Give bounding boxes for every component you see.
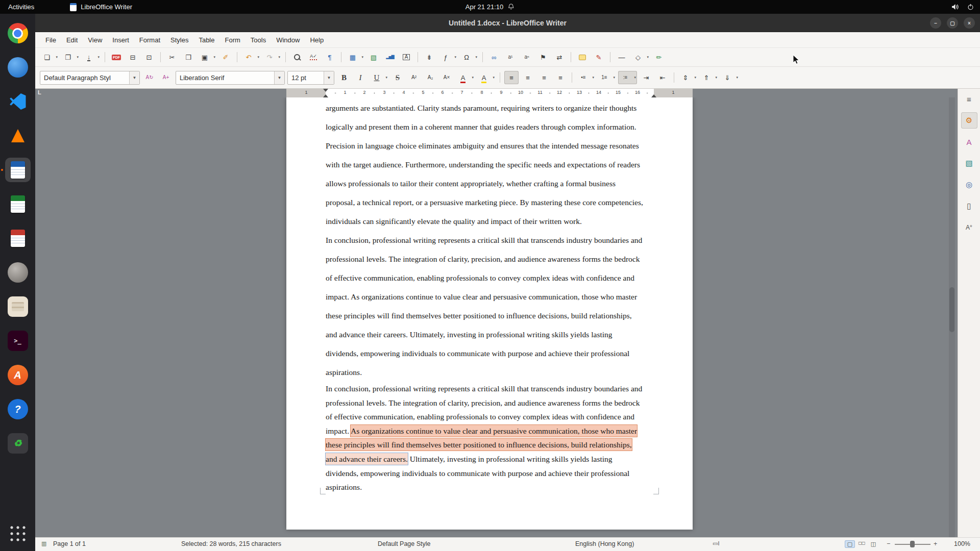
save-button[interactable]: ↓ — [82, 51, 101, 64]
menu-file[interactable]: File — [40, 34, 61, 46]
clone-formatting-button[interactable]: ✐ — [218, 51, 233, 64]
print-button[interactable]: ⊟ — [126, 51, 140, 64]
insert-chart-button[interactable]: ▂▅▇ — [383, 51, 397, 64]
unordered-list-button[interactable]: •≡ — [576, 71, 595, 84]
document-line[interactable]: individuals can significantly elevate th… — [326, 212, 654, 231]
document-line[interactable]: and advance their careers. Ultimately, i… — [326, 452, 654, 466]
bold-button[interactable]: B — [337, 71, 351, 84]
update-style-button[interactable]: A↻ — [142, 71, 157, 84]
document-line[interactable]: of effective communication, enabling pro… — [326, 268, 654, 287]
menu-tools[interactable]: Tools — [246, 34, 271, 46]
document-line[interactable]: these principles will find themselves be… — [326, 306, 654, 325]
horizontal-ruler[interactable]: 1 1 2 3 4 5 6 7 8 9 10 11 — [286, 89, 693, 97]
align-center-button[interactable]: ≡ — [521, 71, 535, 84]
document-line[interactable]: Precision in language choice eliminates … — [326, 136, 654, 155]
sidebar-settings-icon[interactable]: ≡ — [961, 91, 977, 107]
paragraph-style-combobox[interactable]: Default Paragraph Styl ▼ — [40, 71, 140, 85]
new-document-button[interactable]: ❏ — [40, 51, 59, 64]
print-preview-button[interactable]: ⊡ — [142, 51, 156, 64]
ordered-list-button[interactable]: 1≡ — [597, 71, 616, 84]
zoom-in-button[interactable]: + — [934, 540, 937, 547]
libreoffice-writer-icon[interactable] — [5, 158, 31, 182]
menu-view[interactable]: View — [83, 34, 107, 46]
maximize-button[interactable]: ▢ — [947, 17, 958, 29]
menu-table[interactable]: Table — [193, 34, 219, 46]
font-name-combobox[interactable]: Liberation Serif ▼ — [176, 71, 285, 85]
document-line[interactable]: professional levels. The integration of … — [326, 249, 654, 268]
insert-table-button[interactable]: ▦ — [346, 51, 364, 64]
document-line[interactable]: proposal, a technical report, or a persu… — [326, 193, 654, 212]
insert-hyperlink-button[interactable]: ∞ — [487, 51, 501, 64]
gimp-icon[interactable] — [5, 260, 31, 285]
vertical-scrollbar[interactable] — [949, 97, 955, 537]
document-line[interactable]: In conclusion, professional writing repr… — [326, 231, 654, 249]
copy-button[interactable]: ❒ — [181, 51, 195, 64]
system-status-area[interactable] — [951, 0, 974, 14]
document-line[interactable]: aspirations. — [326, 363, 654, 382]
undo-button[interactable]: ↶ — [241, 51, 260, 64]
insert-bookmark-button[interactable]: ⚑ — [536, 51, 550, 64]
document-line[interactable]: impact. As organizations continue to val… — [326, 424, 654, 438]
chevron-down-icon[interactable]: ▼ — [129, 71, 139, 84]
outline-format-button[interactable]: :≡ — [618, 71, 637, 84]
document-line[interactable]: In conclusion, professional writing repr… — [326, 382, 654, 396]
libreoffice-calc-icon[interactable] — [5, 192, 31, 216]
zoom-slider[interactable] — [895, 544, 930, 545]
menu-styles[interactable]: Styles — [165, 34, 193, 46]
book-view-button[interactable]: ◫ — [868, 540, 878, 548]
scrollbar-thumb[interactable] — [949, 287, 954, 332]
app-grid-icon[interactable] — [5, 521, 31, 546]
libreoffice-impress-icon[interactable] — [5, 226, 31, 251]
selection-mode-icon[interactable]: ▭I — [713, 540, 719, 547]
paste-button[interactable]: ▣ — [198, 51, 216, 64]
subscript-button[interactable]: A₂ — [423, 71, 437, 84]
increase-indent-button[interactable]: ⇥ — [639, 71, 653, 84]
menu-help[interactable]: Help — [305, 34, 329, 46]
document-line[interactable]: impact. As organizations continue to val… — [326, 287, 654, 306]
draw-functions-button[interactable]: ✏ — [652, 51, 666, 64]
gallery-icon[interactable]: ▧ — [961, 155, 977, 171]
new-style-button[interactable]: A+ — [159, 71, 173, 84]
page-style-status[interactable]: Default Page Style — [378, 540, 431, 547]
properties-icon[interactable]: ⚙ — [961, 112, 977, 129]
blue-app-icon[interactable] — [5, 55, 31, 80]
justify-button[interactable]: ≡ — [553, 71, 568, 84]
focused-app-menu[interactable]: LibreOffice Writer — [70, 3, 132, 11]
chevron-down-icon[interactable]: ▼ — [324, 71, 334, 84]
styles-icon[interactable]: A — [961, 134, 977, 150]
menu-window[interactable]: Window — [271, 34, 305, 46]
insert-endnote-button[interactable]: aⁿ — [520, 51, 534, 64]
document-line[interactable]: aspirations. — [326, 480, 654, 494]
close-button[interactable]: × — [964, 17, 975, 29]
terminal-icon[interactable]: >_ — [5, 329, 31, 353]
redo-button[interactable]: ↷ — [262, 51, 281, 64]
chevron-down-icon[interactable]: ▼ — [274, 71, 284, 84]
line-spacing-button[interactable]: ⇕ — [678, 71, 697, 84]
underline-button[interactable]: U — [370, 71, 388, 84]
horizontal-line-button[interactable]: — — [615, 51, 629, 64]
zoom-out-button[interactable]: − — [887, 540, 890, 547]
align-right-button[interactable]: ≡ — [537, 71, 551, 84]
document-line[interactable]: dividends, empowering individuals to com… — [326, 344, 654, 363]
vlc-icon[interactable] — [5, 123, 31, 148]
document-line[interactable]: professional levels. The integration of … — [326, 396, 654, 410]
insert-footnote-button[interactable]: a¹ — [503, 51, 518, 64]
menu-insert[interactable]: Insert — [107, 34, 134, 46]
tab-stop-type-selector[interactable]: L — [38, 89, 41, 95]
language-status[interactable]: English (Hong Kong) — [575, 540, 634, 547]
first-line-indent-marker[interactable] — [323, 89, 328, 92]
document-line[interactable]: these principles will find themselves be… — [326, 438, 654, 452]
align-left-button[interactable]: ≡ — [504, 71, 519, 84]
document-line[interactable]: dividends, empowering individuals to com… — [326, 466, 654, 481]
insert-image-button[interactable]: ▧ — [366, 51, 381, 64]
cut-button[interactable]: ✂ — [165, 51, 179, 64]
menu-edit[interactable]: Edit — [61, 34, 83, 46]
document-line[interactable]: and advance their careers. Ultimately, i… — [326, 325, 654, 344]
find-replace-button[interactable] — [290, 51, 304, 64]
cross-reference-button[interactable]: ⇄ — [552, 51, 567, 64]
paragraph-space-decrease-button[interactable]: ⇓ — [720, 71, 739, 84]
save-status-icon[interactable]: ▥ — [41, 540, 46, 547]
zoom-slider-thumb[interactable] — [910, 541, 915, 547]
activities-button[interactable]: Activities — [0, 0, 42, 14]
font-size-combobox[interactable]: 12 pt ▼ — [287, 71, 334, 85]
